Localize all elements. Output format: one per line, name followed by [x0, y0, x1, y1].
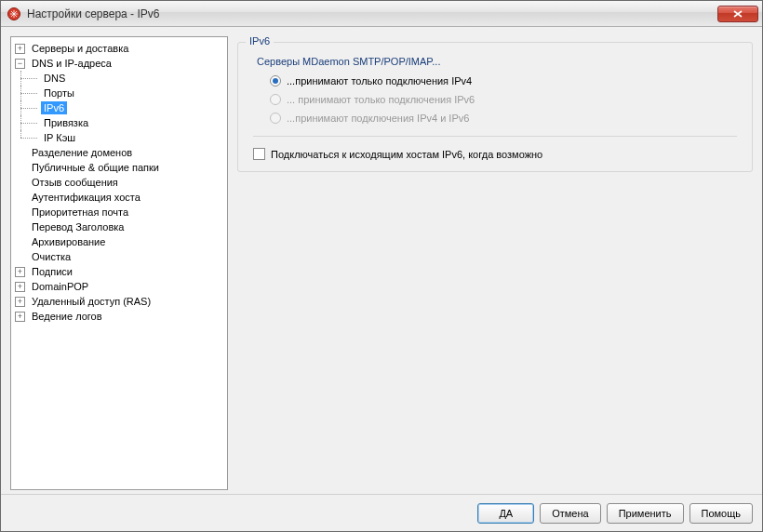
radio-button	[270, 113, 281, 124]
tree-item[interactable]: Очистка	[15, 249, 225, 264]
tree-item[interactable]: Аутентификация хоста	[15, 190, 225, 205]
settings-pane: IPv6 Серверы MDaemon SMTP/POP/IMAP... ..…	[237, 36, 753, 485]
tree-item-label: Привязка	[41, 116, 91, 129]
tree-item[interactable]: +Удаленный доступ (RAS)	[15, 294, 225, 309]
tree-item[interactable]: −DNS и IP-адреса	[15, 56, 225, 71]
tree-item-label: Серверы и доставка	[29, 42, 131, 55]
apply-button[interactable]: Применить	[607, 503, 684, 524]
tree-branch-icon	[15, 86, 41, 100]
content-area: +Серверы и доставка−DNS и IP-адресаDNSПо…	[1, 27, 762, 494]
dialog-window: Настройки сервера - IPv6 +Серверы и дост…	[0, 0, 763, 532]
tree-branch-icon	[15, 71, 41, 86]
radio-option: ... принимают только подключения IPv6	[270, 91, 741, 108]
tree-item[interactable]: DNS	[15, 71, 225, 86]
radio-label: ... принимают только подключения IPv6	[287, 94, 475, 105]
tree-item-label: IP Кэш	[41, 131, 78, 144]
tree-branch-icon	[15, 130, 41, 145]
tree-spacer	[15, 163, 25, 173]
help-button[interactable]: Помощь	[689, 503, 754, 524]
tree-spacer	[15, 222, 25, 233]
cancel-button[interactable]: Отмена	[540, 503, 600, 524]
tree-item[interactable]: Публичные & общие папки	[15, 160, 225, 175]
ok-button[interactable]: ДА	[477, 503, 534, 524]
expand-icon[interactable]: +	[15, 282, 25, 292]
groupbox-subtitle: Серверы MDaemon SMTP/POP/IMAP...	[257, 56, 741, 67]
tree-spacer	[15, 237, 25, 247]
tree-item[interactable]: IPv6	[15, 100, 225, 115]
tree-item-label: Подписи	[29, 265, 75, 278]
tree-spacer	[15, 193, 25, 203]
radio-option[interactable]: ...принимают только подключения IPv4	[270, 73, 741, 89]
expand-icon[interactable]: +	[15, 44, 25, 54]
tree-item[interactable]: +Подписи	[15, 264, 225, 279]
nav-tree: +Серверы и доставка−DNS и IP-адресаDNSПо…	[13, 41, 225, 324]
tree-item[interactable]: Разделение доменов	[15, 145, 225, 160]
tree-item-label: Разделение доменов	[29, 146, 135, 159]
outgoing-ipv6-checkbox[interactable]	[253, 148, 265, 160]
tree-item[interactable]: Порты	[15, 86, 225, 100]
tree-item[interactable]: Перевод Заголовка	[15, 219, 225, 234]
groupbox-title: IPv6	[246, 35, 274, 47]
tree-item[interactable]: +DomainPOP	[15, 279, 225, 294]
tree-item-label: Аутентификация хоста	[29, 191, 143, 204]
tree-item[interactable]: IP Кэш	[15, 130, 225, 145]
tree-item[interactable]: Привязка	[15, 115, 225, 130]
tree-spacer	[15, 252, 25, 262]
radio-label: ...принимают подключения IPv4 и IPv6	[287, 113, 469, 124]
tree-item-label: Порты	[41, 86, 77, 100]
radio-label: ...принимают только подключения IPv4	[287, 75, 472, 86]
outgoing-ipv6-checkbox-label: Подключаться к исходящим хостам IPv6, ко…	[271, 149, 542, 160]
tree-branch-icon	[15, 100, 41, 115]
tree-item-label: Архивирование	[29, 235, 108, 248]
tree-item-label: Удаленный доступ (RAS)	[29, 295, 154, 308]
tree-item-label: Очистка	[29, 250, 74, 263]
outgoing-ipv6-checkbox-row[interactable]: Подключаться к исходящим хостам IPv6, ко…	[253, 148, 741, 160]
collapse-icon[interactable]: −	[15, 59, 25, 69]
ipv6-groupbox: IPv6 Серверы MDaemon SMTP/POP/IMAP... ..…	[237, 42, 753, 172]
expand-icon[interactable]: +	[15, 297, 25, 307]
tree-item-label: Перевод Заголовка	[29, 220, 127, 233]
tree-item-label: Публичные & общие папки	[29, 161, 162, 174]
tree-branch-icon	[15, 115, 41, 130]
tree-item-label: Ведение логов	[29, 310, 105, 323]
tree-item-label: IPv6	[41, 101, 67, 114]
app-icon	[7, 7, 21, 21]
tree-spacer	[15, 148, 25, 158]
radio-button	[270, 94, 281, 105]
window-title: Настройки сервера - IPv6	[27, 7, 717, 20]
tree-spacer	[15, 207, 25, 218]
tree-item[interactable]: Архивирование	[15, 234, 225, 249]
divider	[253, 136, 737, 137]
tree-item[interactable]: +Серверы и доставка	[15, 41, 225, 56]
expand-icon[interactable]: +	[15, 267, 25, 277]
expand-icon[interactable]: +	[15, 312, 25, 322]
close-button[interactable]	[717, 6, 758, 22]
dialog-footer: ДА Отмена Применить Помощь	[1, 494, 762, 531]
tree-item-label: Отзыв сообщения	[29, 176, 121, 189]
tree-item-label: DNS	[41, 72, 68, 85]
tree-item-label: Приоритетная почта	[29, 206, 131, 219]
titlebar: Настройки сервера - IPv6	[1, 1, 762, 27]
tree-item-label: DNS и IP-адреса	[29, 57, 114, 70]
nav-tree-pane[interactable]: +Серверы и доставка−DNS и IP-адресаDNSПо…	[10, 36, 228, 490]
close-icon	[733, 10, 743, 18]
tree-spacer	[15, 178, 25, 188]
tree-item[interactable]: Приоритетная почта	[15, 205, 225, 219]
radio-option: ...принимают подключения IPv4 и IPv6	[270, 110, 741, 126]
tree-item-label: DomainPOP	[29, 280, 91, 293]
tree-item[interactable]: Отзыв сообщения	[15, 175, 225, 190]
tree-item[interactable]: +Ведение логов	[15, 309, 225, 324]
radio-button[interactable]	[270, 75, 281, 86]
